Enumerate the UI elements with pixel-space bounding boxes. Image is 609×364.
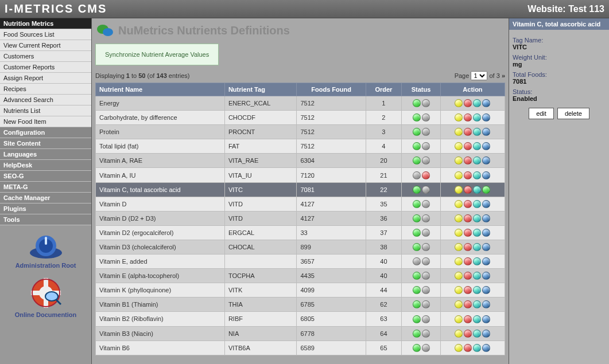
info-icon[interactable] <box>473 214 481 222</box>
edit-icon[interactable] <box>455 128 463 136</box>
page-select[interactable]: 1 <box>471 71 487 80</box>
delete-icon[interactable] <box>464 214 472 222</box>
sidebar-item-nutrition-metrics[interactable]: Nutrition Metrics <box>0 18 91 29</box>
info-icon[interactable] <box>473 186 481 194</box>
table-row[interactable]: Vitamin D3 (cholecalciferol)CHOCAL89938 <box>96 240 505 254</box>
info-icon[interactable] <box>473 344 481 352</box>
toggle-icon[interactable] <box>482 330 490 338</box>
sidebar-item-advanced-search[interactable]: Advanced Search <box>0 95 91 105</box>
toggle-icon[interactable] <box>482 243 490 251</box>
sidebar-item-customers[interactable]: Customers <box>0 51 91 62</box>
delete-icon[interactable] <box>464 257 472 265</box>
info-icon[interactable] <box>473 99 481 107</box>
toggle-icon[interactable] <box>482 344 490 352</box>
toggle-icon[interactable] <box>482 257 490 265</box>
delete-button[interactable]: delete <box>557 108 589 119</box>
edit-button[interactable]: edit <box>529 108 554 119</box>
table-row[interactable]: Vitamin D (D2 + D3)VITD412736 <box>96 211 505 225</box>
edit-icon[interactable] <box>455 257 463 265</box>
online-doc-block[interactable]: Online Documention <box>0 271 91 320</box>
table-row[interactable]: Vitamin B2 (Riboflavin)RIBF680563 <box>96 312 505 326</box>
table-row[interactable]: Vitamin C, total ascorbic acidVITC708122 <box>96 182 505 197</box>
edit-icon[interactable] <box>455 272 463 280</box>
info-icon[interactable] <box>473 113 481 122</box>
table-row[interactable]: Vitamin B1 (Thiamin)THIA678562 <box>96 298 505 312</box>
delete-icon[interactable] <box>464 315 472 323</box>
toggle-icon[interactable] <box>482 200 490 208</box>
delete-icon[interactable] <box>464 156 472 165</box>
table-row[interactable]: Vitamin E, added365740 <box>96 255 505 269</box>
edit-icon[interactable] <box>455 200 463 208</box>
info-icon[interactable] <box>473 243 481 251</box>
toggle-icon[interactable] <box>482 128 490 136</box>
table-row[interactable]: Vitamin DVITD412735 <box>96 197 505 211</box>
edit-icon[interactable] <box>455 113 463 122</box>
col-nutrient-name[interactable]: Nutrient Name <box>96 83 225 96</box>
info-icon[interactable] <box>473 272 481 280</box>
table-row[interactable]: Vitamin K (phylloquinone)VITK409944 <box>96 283 505 298</box>
delete-icon[interactable] <box>464 344 472 352</box>
delete-icon[interactable] <box>464 128 472 136</box>
edit-icon[interactable] <box>455 243 463 251</box>
sidebar-item-new-food-item[interactable]: New Food Item <box>0 116 91 127</box>
delete-icon[interactable] <box>464 142 472 150</box>
table-row[interactable]: EnergyENERC_KCAL75121 <box>96 96 505 111</box>
table-row[interactable]: Vitamin B6VITB6A658965 <box>96 340 505 355</box>
edit-icon[interactable] <box>455 330 463 338</box>
admin-root-block[interactable]: Administration Root <box>0 225 91 271</box>
info-icon[interactable] <box>473 300 481 308</box>
info-icon[interactable] <box>473 171 481 179</box>
table-row[interactable]: Carbohydrate, by differenceCHOCDF75122 <box>96 111 505 125</box>
info-icon[interactable] <box>473 315 481 323</box>
sidebar-item-seo-g[interactable]: SEO-G <box>0 171 91 182</box>
edit-icon[interactable] <box>455 142 463 150</box>
sidebar-item-view-current-report[interactable]: View Current Report <box>0 40 91 51</box>
edit-icon[interactable] <box>455 214 463 222</box>
sidebar-item-nutrients-list[interactable]: Nutrients List <box>0 105 91 116</box>
edit-icon[interactable] <box>455 171 463 179</box>
info-icon[interactable] <box>473 200 481 208</box>
table-row[interactable]: Vitamin A, IUVITA_IU712021 <box>96 168 505 182</box>
delete-icon[interactable] <box>464 272 472 280</box>
toggle-icon[interactable] <box>482 300 490 308</box>
toggle-icon[interactable] <box>482 272 490 280</box>
info-icon[interactable] <box>473 156 481 165</box>
table-row[interactable]: Vitamin E (alpha-tocopherol)TOCPHA443540 <box>96 269 505 283</box>
sidebar-item-recipes[interactable]: Recipes <box>0 84 91 95</box>
toggle-icon[interactable] <box>482 286 490 294</box>
edit-icon[interactable] <box>455 286 463 294</box>
sidebar-item-food-sources-list[interactable]: Food Sources List <box>0 29 91 40</box>
edit-icon[interactable] <box>455 229 463 237</box>
toggle-icon[interactable] <box>482 214 490 222</box>
sidebar-item-site-content[interactable]: Site Content <box>0 138 91 149</box>
col-action[interactable]: Action <box>440 83 505 96</box>
table-row[interactable]: ProteinPROCNT75123 <box>96 125 505 139</box>
col-foods-found[interactable]: Foods Found <box>297 83 366 96</box>
sidebar-item-configuration[interactable]: Configuration <box>0 127 91 138</box>
toggle-icon[interactable] <box>482 99 490 107</box>
sidebar-item-customer-reports[interactable]: Customer Reports <box>0 62 91 73</box>
edit-icon[interactable] <box>455 300 463 308</box>
col-order[interactable]: Order <box>366 83 401 96</box>
sidebar-item-assign-report[interactable]: Assign Report <box>0 73 91 84</box>
delete-icon[interactable] <box>464 171 472 179</box>
col-status[interactable]: Status <box>402 83 441 96</box>
sidebar-item-languages[interactable]: Languages <box>0 149 91 160</box>
info-icon[interactable] <box>473 128 481 136</box>
info-icon[interactable] <box>473 257 481 265</box>
edit-icon[interactable] <box>455 186 463 194</box>
sidebar-item-meta-g[interactable]: META-G <box>0 182 91 193</box>
table-row[interactable]: Vitamin D2 (ergocalciferol)ERGCAL3337 <box>96 225 505 240</box>
next-page[interactable]: » <box>502 72 505 79</box>
edit-icon[interactable] <box>455 99 463 107</box>
col-nutrient-tag[interactable]: Nutrient Tag <box>224 83 297 96</box>
table-row[interactable]: Vitamin B3 (Niacin)NIA677864 <box>96 326 505 340</box>
delete-icon[interactable] <box>464 243 472 251</box>
delete-icon[interactable] <box>464 99 472 107</box>
toggle-icon[interactable] <box>482 229 490 237</box>
toggle-icon[interactable] <box>482 142 490 150</box>
sidebar-item-cache-manager[interactable]: Cache Manager <box>0 193 91 203</box>
toggle-icon[interactable] <box>482 156 490 165</box>
toggle-icon[interactable] <box>482 171 490 179</box>
edit-icon[interactable] <box>455 344 463 352</box>
